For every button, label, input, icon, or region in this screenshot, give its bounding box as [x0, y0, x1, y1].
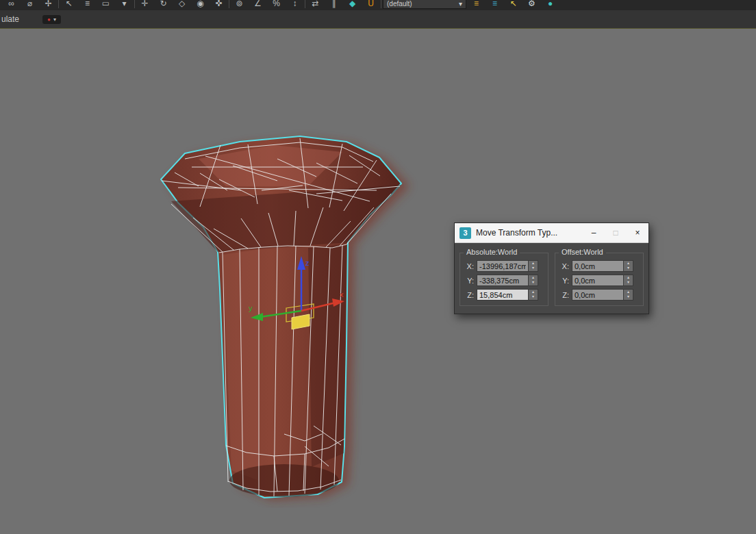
toolbar-icon-render-production-icon[interactable]: ●: [542, 0, 559, 10]
minimize-button[interactable]: –: [583, 223, 605, 243]
spinner-up-icon[interactable]: ▴: [529, 290, 538, 294]
close-button[interactable]: ×: [627, 223, 648, 243]
axis-y-label: y: [249, 304, 253, 312]
toolbar-icon-selection-filter-icon[interactable]: ▾: [116, 0, 133, 10]
dialog-titlebar[interactable]: 3 Move Transform Typ... – □ ×: [455, 223, 648, 243]
toolbar-icon-unlink-selection-icon[interactable]: ⌀: [21, 0, 38, 10]
toolbar-separator: [229, 0, 229, 8]
axis-label-x: X:: [463, 262, 474, 270]
axis-label-y: Y:: [463, 277, 474, 285]
axis-label-z: Z:: [463, 291, 474, 299]
toolbar-icon-select-and-scale-icon[interactable]: ◇: [173, 0, 190, 10]
viewport[interactable]: z y x 3 Move Transform Typ... – □ × Abso…: [0, 29, 756, 534]
spinner-up-icon[interactable]: ▴: [529, 275, 538, 280]
offset-y-spinner[interactable]: ▴▾: [624, 275, 633, 286]
offset-z-spinner[interactable]: ▴▾: [624, 289, 633, 301]
absolute-y-input[interactable]: [477, 275, 529, 286]
dialog-title: Move Transform Typ...: [476, 228, 583, 238]
spinner-down-icon[interactable]: ▾: [529, 294, 538, 299]
maximize-button[interactable]: □: [605, 223, 627, 243]
absolute-y-spinner[interactable]: ▴▾: [529, 275, 538, 286]
absolute-world-group: Absolute:World X: ▴▾ Y: ▴▾ Z: ▴▾: [459, 253, 549, 306]
spinner-down-icon[interactable]: ▾: [529, 280, 538, 285]
toolbar-separator: [134, 0, 135, 8]
toolbar-icon-select-by-name-icon[interactable]: ≡: [79, 0, 96, 10]
main-toolbar: ∞ ⌀ ✢ ↖ ≡ ▭ ▾ ✛ ↻ ◇ ◉ ✜ ⊚ ∠ % ↕ ⇄ ∥ ◆ U …: [0, 0, 756, 10]
toolbar-separator: [381, 0, 381, 8]
axis-x-label: x: [340, 290, 344, 298]
toolbar-separator: [58, 0, 59, 8]
offset-y-row: Y: ▴▾: [558, 275, 639, 286]
spinner-up-icon[interactable]: ▴: [529, 261, 538, 266]
toolbar-icon-render-setup-icon[interactable]: ⚙: [523, 0, 540, 10]
axis-label-y: Y:: [558, 277, 569, 285]
absolute-z-row: Z: ▴▾: [463, 289, 544, 301]
chevron-down-icon: ▾: [459, 0, 462, 8]
absolute-z-input[interactable]: [477, 289, 529, 301]
spinner-down-icon[interactable]: ▾: [624, 266, 633, 270]
absolute-x-spinner[interactable]: ▴▾: [529, 260, 538, 272]
toolbar-icon-use-pivot-point-center-icon[interactable]: ◉: [192, 0, 209, 10]
absolute-y-row: Y: ▴▾: [463, 275, 544, 286]
spinner-up-icon[interactable]: ▴: [624, 290, 633, 294]
toolbar-separator: [305, 0, 305, 8]
toolbar-icon-select-object-icon[interactable]: ↖: [60, 0, 77, 10]
spinner-up-icon[interactable]: ▴: [624, 261, 633, 266]
shaft-shadow-right: [308, 244, 346, 467]
toolbar-icon-spinner-snap-icon[interactable]: ↕: [286, 0, 303, 10]
spinner-down-icon[interactable]: ▾: [624, 294, 633, 299]
toolbar-icon-isolate-selection-icon[interactable]: ◆: [344, 0, 361, 10]
toolbar-icon-percent-snap-icon[interactable]: %: [268, 0, 285, 10]
toolbar-icon-rectangular-selection-region-icon[interactable]: ▭: [97, 0, 114, 10]
offset-x-input[interactable]: [572, 260, 624, 272]
toolbar-icon-scene-explorer-icon[interactable]: ≡: [486, 0, 503, 10]
secondary-bar: ulate ● ▾: [0, 10, 756, 29]
mesh-object[interactable]: z y x: [137, 125, 438, 508]
toolbar-icon-mirror-icon[interactable]: ⇄: [307, 0, 324, 10]
toolbar-icon-select-and-link-icon[interactable]: ∞: [3, 0, 20, 10]
spinner-down-icon[interactable]: ▾: [624, 280, 633, 285]
toolbar-icon-select-and-move-icon[interactable]: ✛: [136, 0, 153, 10]
dialog-body: Absolute:World X: ▴▾ Y: ▴▾ Z: ▴▾: [455, 243, 648, 314]
bottom-shadow: [229, 464, 339, 497]
toolbar-icon-layer-manager-icon[interactable]: ≡: [468, 0, 485, 10]
truncated-tab-label[interactable]: ulate: [1, 14, 19, 24]
move-transform-dialog: 3 Move Transform Typ... – □ × Absolute:W…: [454, 222, 649, 314]
combobox-value: (default): [387, 0, 412, 8]
axis-label-z: Z:: [558, 291, 569, 299]
toolbar-icon-select-highlight-icon[interactable]: ↖: [505, 0, 522, 10]
toolbar-icon-align-icon[interactable]: ∥: [325, 0, 342, 10]
named-selection-combobox[interactable]: (default) ▾: [383, 0, 466, 9]
toolbar-icon-bind-to-space-warp-icon[interactable]: ✢: [40, 0, 57, 10]
absolute-x-row: X: ▴▾: [463, 260, 544, 272]
screen: ∞ ⌀ ✢ ↖ ≡ ▭ ▾ ✛ ↻ ◇ ◉ ✜ ⊚ ∠ % ↕ ⇄ ∥ ◆ U …: [0, 0, 756, 534]
absolute-z-spinner[interactable]: ▴▾: [529, 289, 538, 301]
toolbar-overflow-badge[interactable]: ● ▾: [42, 15, 61, 24]
spinner-up-icon[interactable]: ▴: [624, 275, 633, 280]
app-logo-icon: 3: [459, 227, 471, 239]
chevron-down-icon: ▾: [53, 16, 56, 23]
offset-world-label: Offset:World: [559, 248, 606, 256]
toolbar-icon-select-and-manipulate-icon[interactable]: ✜: [210, 0, 227, 10]
offset-world-group: Offset:World X: ▴▾ Y: ▴▾ Z: ▴▾: [555, 253, 644, 306]
toolbar-icon-angle-snap-icon[interactable]: ∠: [249, 0, 266, 10]
spinner-down-icon[interactable]: ▾: [529, 266, 538, 270]
offset-z-row: Z: ▴▾: [558, 289, 639, 301]
absolute-world-label: Absolute:World: [464, 248, 520, 256]
offset-z-input[interactable]: [572, 289, 624, 301]
axis-label-x: X:: [558, 262, 569, 270]
offset-x-spinner[interactable]: ▴▾: [624, 260, 633, 272]
axis-z-label: z: [305, 259, 310, 267]
toolbar-icon-utilities-icon[interactable]: U: [362, 0, 379, 10]
offset-y-input[interactable]: [572, 275, 624, 286]
record-dot-icon: ●: [47, 16, 51, 23]
toolbar-icon-select-and-rotate-icon[interactable]: ↻: [155, 0, 172, 10]
offset-x-row: X: ▴▾: [558, 260, 639, 272]
toolbar-icon-snaps-toggle-icon[interactable]: ⊚: [231, 0, 248, 10]
absolute-x-input[interactable]: [477, 260, 529, 272]
